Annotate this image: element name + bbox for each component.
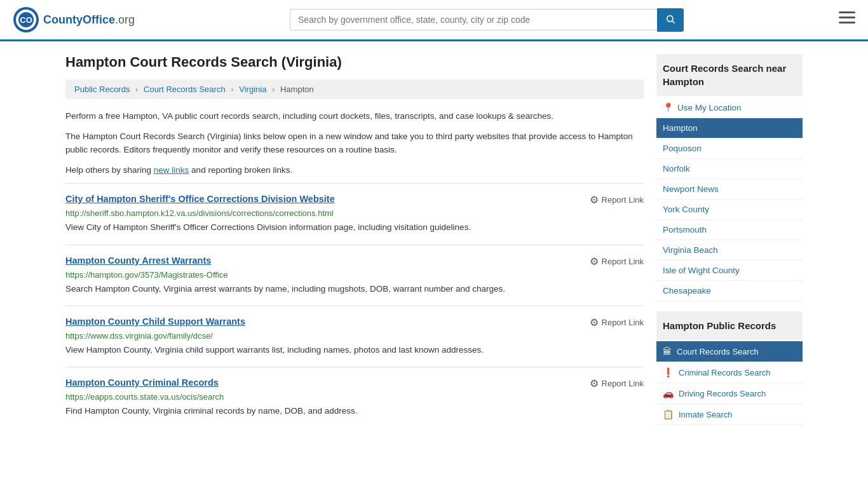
breadcrumb-current: Hampton: [280, 85, 314, 94]
sidebar-item-portsmouth[interactable]: Portsmouth: [656, 220, 803, 240]
logo-icon: CO: [13, 6, 39, 33]
record-item: City of Hampton Sheriff's Office Correct…: [65, 183, 644, 244]
sidebar-public-records-section: Hampton Public Records 🏛 Court Records S…: [656, 311, 803, 425]
record-description: Find Hampton County, Virginia criminal r…: [65, 405, 644, 417]
driving-icon: 🚗: [663, 388, 674, 398]
report-link-button[interactable]: ⚙ Report Link: [590, 377, 644, 390]
breadcrumb-public-records[interactable]: Public Records: [74, 85, 130, 94]
report-icon: ⚙: [590, 377, 599, 390]
sidebar: Court Records Search near Hampton 📍 Use …: [656, 54, 803, 428]
svg-rect-8: [839, 22, 855, 24]
report-icon: ⚙: [590, 255, 599, 268]
record-description: Search Hampton County, Virginia arrest w…: [65, 283, 644, 295]
sidebar-item-norfolk[interactable]: Norfolk: [656, 159, 803, 179]
court-icon: 🏛: [663, 346, 672, 356]
content-area: Hampton Court Records Search (Virginia) …: [65, 54, 644, 428]
sidebar-item-virginia-beach[interactable]: Virginia Beach: [656, 240, 803, 261]
sidebar-record-court[interactable]: 🏛 Court Records Search: [656, 341, 803, 362]
record-title-link[interactable]: Hampton County Criminal Records: [65, 377, 219, 388]
record-title-link[interactable]: Hampton County Child Support Warrants: [65, 316, 245, 327]
report-link-button[interactable]: ⚙ Report Link: [590, 316, 644, 329]
hamburger-menu-icon[interactable]: [839, 11, 855, 28]
breadcrumb: Public Records › Court Records Search › …: [65, 79, 644, 99]
sidebar-item-poquoson[interactable]: Poquoson: [656, 139, 803, 159]
record-url: http://sheriff.sbo.hampton.k12.va.us/div…: [65, 208, 644, 218]
report-icon: ⚙: [590, 316, 599, 329]
main-container: Hampton Court Records Search (Virginia) …: [53, 41, 815, 440]
svg-line-5: [672, 21, 675, 24]
search-button[interactable]: [657, 8, 684, 32]
svg-rect-6: [839, 11, 855, 13]
sidebar-record-driving[interactable]: 🚗 Driving Records Search: [656, 383, 803, 404]
sidebar-public-records-title: Hampton Public Records: [656, 311, 803, 340]
sidebar-item-chesapeake[interactable]: Chesapeake: [656, 281, 803, 301]
search-area: [290, 8, 684, 32]
sidebar-record-criminal[interactable]: ❗ Criminal Records Search: [656, 362, 803, 383]
page-title: Hampton Court Records Search (Virginia): [65, 54, 644, 71]
new-links-link[interactable]: new links: [154, 165, 189, 175]
description-1: Perform a free Hampton, VA public court …: [65, 109, 644, 123]
logo-area[interactable]: CO CountyOffice.org: [13, 6, 135, 33]
record-url: https://hampton.gov/3573/Magistrates-Off…: [65, 270, 644, 280]
record-description: View City of Hampton Sheriff's Officer C…: [65, 221, 644, 234]
record-url: https://eapps.courts.state.va.us/ocis/se…: [65, 392, 644, 402]
description-2: The Hampton Court Records Search (Virgin…: [65, 130, 644, 157]
sidebar-item-hampton[interactable]: Hampton: [656, 118, 803, 139]
sidebar-nearby-title: Court Records Search near Hampton: [656, 54, 803, 96]
records-list: City of Hampton Sheriff's Office Correct…: [65, 183, 644, 428]
search-icon: [665, 14, 675, 24]
report-icon: ⚙: [590, 194, 599, 206]
sidebar-record-inmate[interactable]: 📋 Inmate Search: [656, 404, 803, 425]
svg-text:CO: CO: [20, 15, 32, 25]
criminal-icon: ❗: [663, 367, 674, 377]
use-my-location-link[interactable]: Use My Location: [677, 103, 742, 112]
svg-rect-7: [839, 17, 855, 18]
description-3: Help others by sharing new links and rep…: [65, 163, 644, 177]
inmate-icon: 📋: [663, 409, 674, 419]
record-title-link[interactable]: City of Hampton Sheriff's Office Correct…: [65, 194, 335, 204]
sidebar-item-york-county[interactable]: York County: [656, 200, 803, 220]
report-link-button[interactable]: ⚙ Report Link: [590, 255, 644, 268]
sidebar-item-newport-news[interactable]: Newport News: [656, 179, 803, 200]
location-pin-icon: 📍: [663, 102, 674, 112]
breadcrumb-court-records[interactable]: Court Records Search: [144, 85, 226, 94]
breadcrumb-virginia[interactable]: Virginia: [239, 85, 266, 94]
record-item: Hampton County Child Support Warrants ⚙ …: [65, 306, 644, 367]
record-url: https://www.dss.virginia.gov/family/dcse…: [65, 331, 644, 341]
sidebar-use-location[interactable]: 📍 Use My Location: [656, 97, 803, 118]
sidebar-item-isle-of-wight[interactable]: Isle of Wight County: [656, 261, 803, 281]
report-link-button[interactable]: ⚙ Report Link: [590, 194, 644, 206]
record-description: View Hampton County, Virginia child supp…: [65, 344, 644, 356]
record-title-link[interactable]: Hampton County Arrest Warrants: [65, 255, 211, 266]
logo-text: CountyOffice.org: [43, 13, 135, 27]
search-input[interactable]: [290, 9, 657, 30]
header: CO CountyOffice.org: [0, 0, 868, 41]
record-item: Hampton County Arrest Warrants ⚙ Report …: [65, 245, 644, 306]
svg-point-4: [667, 15, 673, 21]
record-item: Hampton County Criminal Records ⚙ Report…: [65, 367, 644, 428]
